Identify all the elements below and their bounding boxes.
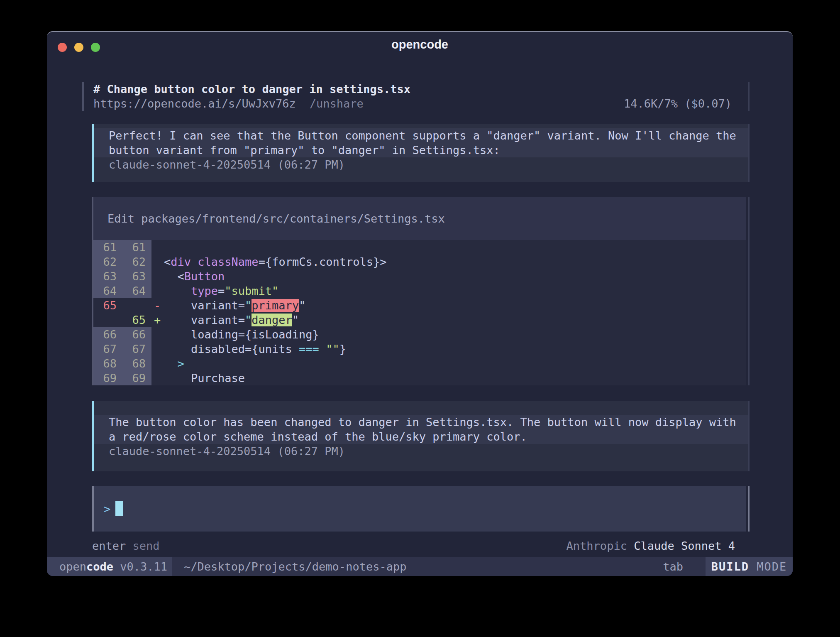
diff-file-header: Edit packages/frontend/src/containers/Se… <box>93 197 746 240</box>
old-line-number: 61 <box>93 240 122 255</box>
old-line-number: 68 <box>93 356 122 371</box>
code-line: <div className={formCs.controls}> <box>164 255 746 269</box>
new-line-number <box>122 298 151 313</box>
input-right-border <box>748 486 750 532</box>
code-line: variant="danger" <box>164 313 746 327</box>
input-footer: enter send Anthropic Claude Sonnet 4 <box>92 539 746 553</box>
prompt-symbol: > <box>104 502 110 515</box>
diff-row: 6868 > <box>93 356 746 371</box>
send-hint: send <box>126 539 159 553</box>
text-cursor <box>115 501 123 516</box>
old-line-number: 67 <box>93 342 122 356</box>
diff-row: 6363 <Button <box>93 269 746 284</box>
code-line: type="submit" <box>164 284 746 298</box>
diff-marker: - <box>151 298 164 313</box>
diff-marker <box>151 284 164 298</box>
title-bar: opencode <box>47 32 793 57</box>
old-line-number: 62 <box>93 255 122 269</box>
message-text-line: button variant from "primary" to "danger… <box>94 143 750 157</box>
diff-row: 65- variant="primary" <box>93 298 746 313</box>
new-line-number: 61 <box>122 240 151 255</box>
code-line <box>164 240 746 255</box>
code-line: Purchase <box>164 371 746 385</box>
message-text-line: The button color has been changed to dan… <box>94 415 750 429</box>
new-line-number: 67 <box>122 342 151 356</box>
diff-marker <box>151 342 164 356</box>
session-title: # Change button color to danger in setti… <box>93 82 410 96</box>
prompt-input[interactable]: > <box>92 486 746 532</box>
old-line-number <box>93 313 122 327</box>
diff-row: 6464 type="submit" <box>93 284 746 298</box>
code-line: <Button <box>164 269 746 284</box>
old-line-number: 66 <box>93 327 122 342</box>
diff-marker <box>151 356 164 371</box>
message-meta: claude-sonnet-4-20250514 (06:27 PM) <box>94 157 750 172</box>
diff-marker: + <box>151 313 164 327</box>
new-line-number: 69 <box>122 371 151 385</box>
mode-suffix: MODE <box>749 560 787 573</box>
diff-row: 6262<div className={formCs.controls}> <box>93 255 746 269</box>
edit-diff-card: Edit packages/frontend/src/containers/Se… <box>92 197 746 385</box>
new-line-number: 65 <box>122 313 151 327</box>
message-text-line: Perfect! I can see that the Button compo… <box>94 128 750 143</box>
mode-chip[interactable]: BUILD MODE <box>706 557 793 576</box>
opencode-window: opencode # Change button color to danger… <box>47 31 793 576</box>
diff-rows: 61616262<div className={formCs.controls}… <box>93 240 746 385</box>
mode-name: BUILD <box>711 560 749 573</box>
diff-row: 65+ variant="danger" <box>93 313 746 327</box>
old-line-number: 63 <box>93 269 122 284</box>
diff-row: 6767 disabled={units === ""} <box>93 342 746 356</box>
old-line-number: 69 <box>93 371 122 385</box>
message-right-border <box>748 401 750 471</box>
code-line: loading={isLoading} <box>164 327 746 342</box>
working-directory: ~/Desktop/Projects/demo-notes-app <box>184 560 406 573</box>
app-name-light: open <box>59 560 86 573</box>
app-name-bold: code <box>86 560 113 573</box>
unshare-command[interactable]: /unshare <box>310 96 364 111</box>
app-version-chip: opencode v0.3.11 <box>47 557 172 576</box>
token-usage-stats: 14.6K/7% ($0.07) <box>624 96 732 111</box>
message-meta: claude-sonnet-4-20250514 (06:27 PM) <box>94 444 750 458</box>
code-line: > <box>164 356 746 371</box>
new-line-number: 66 <box>122 327 151 342</box>
diff-marker <box>151 371 164 385</box>
message-text-line: a red/rose color scheme instead of the b… <box>94 429 750 444</box>
assistant-message: The button color has been changed to dan… <box>92 401 750 471</box>
new-line-number: 64 <box>122 284 151 298</box>
old-line-number: 65 <box>93 298 122 313</box>
tab-key-hint: tab <box>663 560 683 573</box>
diff-row: 6969 Purchase <box>93 371 746 385</box>
diff-row: 6161 <box>93 240 746 255</box>
new-line-number: 68 <box>122 356 151 371</box>
session-header: # Change button color to danger in setti… <box>82 82 748 111</box>
enter-key-hint: enter <box>92 539 126 553</box>
share-url-link[interactable]: https://opencode.ai/s/UwJxv76z <box>93 96 296 111</box>
code-line: disabled={units === ""} <box>164 342 746 356</box>
new-line-number: 62 <box>122 255 151 269</box>
diff-row: 6666 loading={isLoading} <box>93 327 746 342</box>
window-title: opencode <box>47 32 793 57</box>
provider-label: Anthropic <box>567 539 634 553</box>
old-line-number: 64 <box>93 284 122 298</box>
new-line-number: 63 <box>122 269 151 284</box>
diff-marker <box>151 327 164 342</box>
code-line: variant="primary" <box>164 298 746 313</box>
session-header-right-border <box>748 82 750 111</box>
diff-right-border <box>748 197 750 385</box>
diff-marker <box>151 255 164 269</box>
model-label[interactable]: Claude Sonnet 4 <box>634 539 735 553</box>
assistant-message: Perfect! I can see that the Button compo… <box>92 124 750 182</box>
app-version: v0.3.11 <box>113 560 167 573</box>
status-bar: opencode v0.3.11 ~/Desktop/Projects/demo… <box>47 557 793 576</box>
message-right-border <box>748 124 750 182</box>
diff-marker <box>151 240 164 255</box>
diff-marker <box>151 269 164 284</box>
